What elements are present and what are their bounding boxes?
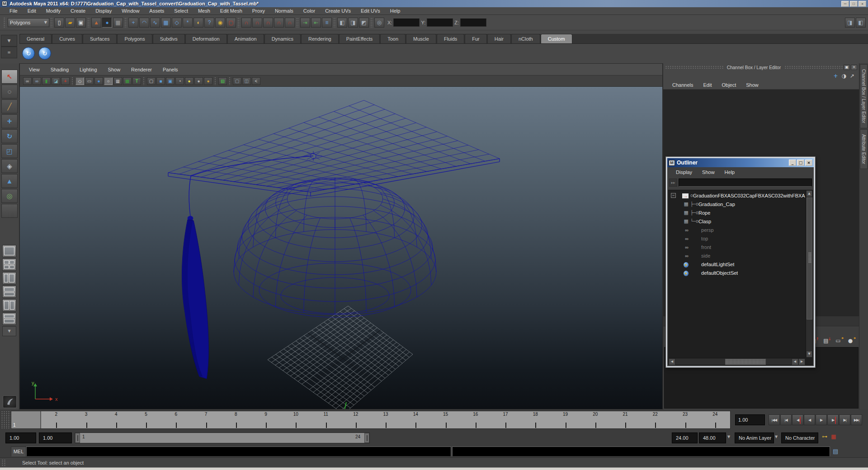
frame-cell[interactable]: 3 [71,411,101,428]
node-label[interactable]: defaultObjectSet [701,270,738,276]
frame-cell[interactable]: 11 [311,411,341,428]
close-button[interactable]: × [859,1,866,7]
isolate-select-icon[interactable]: ▧ [218,77,227,85]
textured-icon[interactable]: ◔ [175,77,184,85]
outliner-maximize-button[interactable]: □ [797,160,804,166]
shelf-tab[interactable]: Curves [52,34,82,43]
plugin-shapes-icon[interactable]: < [252,77,260,85]
menu-item[interactable]: Window [117,8,144,14]
paint-select-tool[interactable]: ╱ [1,99,18,113]
playback-end-field[interactable]: 48.00 [699,432,726,443]
shelf-tab[interactable]: PaintEffects [339,34,380,43]
field-chart-icon[interactable]: ▦ [113,77,122,85]
snap-to-view-planes-icon[interactable]: ∩ [285,18,295,28]
z-input[interactable] [460,19,486,27]
playback-start-field[interactable]: 1.00 [5,432,36,443]
play-forwards-button[interactable]: ▶ [816,414,827,425]
menu-item[interactable]: Assets [144,8,169,14]
channel-box-menu-item[interactable]: Show [741,82,763,88]
wireframe-on-shaded-icon[interactable]: ▣ [166,77,175,85]
separator[interactable] [143,77,145,85]
frame-cell[interactable]: 2 [41,411,71,428]
frame-cell[interactable]: 4 [101,411,131,428]
menu-item[interactable]: Normals [270,8,298,14]
anim-layer-dropdown-icon[interactable]: ▼ [775,435,778,439]
shelf-tab[interactable]: nCloth [511,34,540,43]
outliner-row[interactable]: defaultLightSet [669,260,805,268]
wireframe-icon[interactable]: ▢ [147,77,156,85]
construction-history-icon[interactable]: ≡ [322,18,332,28]
separator[interactable] [124,18,127,28]
default-light-icon[interactable]: ● [185,77,193,85]
select-component-mode-icon[interactable]: ▦ [113,18,123,28]
input-connections-icon[interactable]: ⇥ [300,18,310,28]
frame-cell[interactable]: 13 [371,411,401,428]
outliner-menu-item[interactable]: Help [720,169,740,175]
shelf-tab[interactable]: Hair [487,34,511,43]
layout-four-pane-button[interactable] [2,258,16,271]
image-plane-icon[interactable]: ◪ [52,77,60,85]
go-to-end-button[interactable]: ▶▶| [851,414,862,425]
menu-item[interactable]: Modify [41,8,66,14]
minimize-button[interactable]: ─ [841,1,849,7]
pan-zoom-icon[interactable]: + [61,77,70,85]
frame-cell[interactable]: 19 [551,411,580,428]
output-connections-icon[interactable]: ⇤ [311,18,321,28]
current-time-field[interactable]: 1.00 [735,414,765,425]
anim-layer-field[interactable]: No Anim Layer [735,432,774,443]
mask-rendering-icon[interactable]: ◐ [193,18,203,28]
soft-modification-tool[interactable]: ▲ [1,174,18,188]
outliner-minimize-button[interactable]: _ [789,160,796,166]
layout-single-pane-button[interactable] [2,245,16,257]
open-scene-icon[interactable]: ▰ [65,18,75,28]
scroll-up-icon[interactable]: ▲ [806,190,812,197]
frame-cell[interactable]: 9 [251,411,281,428]
scale-tool[interactable]: ◰ [1,144,18,158]
scrollbar-thumb[interactable] [807,197,812,320]
scroll-left-icon[interactable]: ◀ [669,358,675,365]
frame-cell[interactable]: 22 [640,411,670,428]
menu-item[interactable]: Edit Mesh [215,8,247,14]
transform-mode-icon[interactable]: ◎ [374,18,384,28]
shelf-tab[interactable]: Subdivs [153,34,185,43]
outliner-title-bar[interactable]: M Outliner _ □ × [667,158,814,167]
separator[interactable] [87,18,90,28]
frame-cell[interactable]: 15 [431,411,461,428]
outliner-row[interactable]: └─o Clasp [669,217,805,226]
channel-box-menu-item[interactable]: Edit [698,82,716,88]
frame-cell[interactable]: 23 [670,411,700,428]
render-settings-icon[interactable]: ◩ [359,18,369,28]
grid-icon[interactable]: ◇ [75,77,84,85]
drag-handle[interactable] [1,459,6,466]
frame-cell[interactable]: 12 [341,411,371,428]
step-forward-frame-button[interactable]: ▶ [827,414,839,425]
outliner-close-button[interactable]: × [805,160,812,166]
shelf-item-2[interactable]: ↻ [38,47,51,60]
viewport-menu-item[interactable]: Renderer [126,67,157,72]
menu-item[interactable]: Proxy [247,8,270,14]
film-gate-icon[interactable]: ▭ [85,77,94,85]
restore-panel-button[interactable]: ▣ [844,65,850,70]
outliner-menu-item[interactable]: Show [697,169,720,175]
command-language-label[interactable]: MEL [11,446,26,456]
drag-handle[interactable] [784,66,843,69]
step-back-frame-button[interactable]: ◀ [792,414,803,425]
shelf-tab[interactable]: Deformation [185,34,227,43]
menu-item[interactable]: Create UVs [320,8,356,14]
menu-set-dropdown[interactable]: Polygons ▼ [8,18,49,27]
menu-item[interactable]: Help [385,8,406,14]
command-results[interactable] [452,446,830,456]
node-label[interactable]: GraduationFBXASC032CapFBXASC032withFBXAS [693,193,805,198]
xray-icon[interactable]: ▢ [233,77,241,85]
frame-cell[interactable]: 7 [191,411,221,428]
scroll-right-icon[interactable]: ▶ [798,358,805,365]
animation-end-field[interactable]: 24.00 [672,432,698,443]
node-label[interactable]: side [701,253,710,258]
mask-curves-icon[interactable]: ∿ [150,18,160,28]
manipulator-icon[interactable]: + [833,73,838,79]
frame-cell[interactable]: 5 [131,411,161,428]
layout-hypershade-persp-button[interactable] [2,299,16,311]
last-tool-used[interactable] [1,204,18,218]
outliner-search-input[interactable] [679,179,812,187]
outliner-row[interactable]: − o GraduationFBXASC032CapFBXASC032withF… [669,191,805,200]
